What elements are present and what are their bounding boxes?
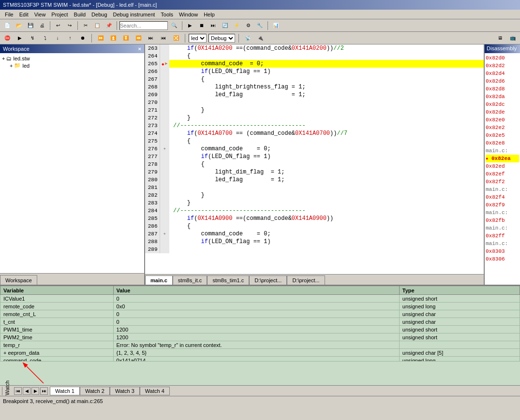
editor-tab-3[interactable]: D:\project... <box>249 275 287 285</box>
disasm-item[interactable]: 0x82d8 <box>486 85 519 93</box>
disasm-item[interactable]: main.c: <box>486 186 519 193</box>
disasm-item[interactable]: 0x82ef <box>486 170 519 178</box>
editor-tab-2[interactable]: stm8s_tim1.c <box>207 275 249 285</box>
tb2-right1[interactable]: 🖥 <box>495 33 505 43</box>
open-btn[interactable]: 📂 <box>14 21 24 30</box>
nav-prev-prev[interactable]: ⏮ <box>14 387 22 395</box>
disasm-item[interactable]: 0x82ff <box>486 232 519 240</box>
line-code[interactable]: light_dim_flag = 1; <box>169 168 484 176</box>
disasm-item[interactable]: 0x82d4 <box>486 70 519 77</box>
run-btn[interactable]: ▶ <box>185 21 195 30</box>
line-code[interactable]: if(0X141A0700 == (command_code&0X141A070… <box>169 130 484 137</box>
stop-btn[interactable]: ⏹ <box>196 21 207 30</box>
workspace-close-btn[interactable]: × <box>138 46 141 52</box>
line-code[interactable] <box>169 99 484 106</box>
watch-value[interactable]: 1200 <box>113 326 399 333</box>
disasm-item[interactable]: 0x8303 <box>486 247 519 255</box>
save-btn[interactable]: 💾 <box>25 21 36 30</box>
disasm-item[interactable]: 0x82f4 <box>486 193 519 201</box>
line-code[interactable]: command_code = 0; <box>169 60 484 68</box>
disasm-item[interactable]: 0x82d6 <box>486 77 519 85</box>
watch-variable[interactable]: command_code <box>0 357 114 362</box>
line-code[interactable]: if(LED_ON_flag == 1) <box>169 153 484 160</box>
watch-value[interactable]: Error: No symbol "temp_r" in current con… <box>113 341 399 349</box>
disassembly-list[interactable]: 0x82d00x82d20x82d40x82d60x82d80x82da0x82… <box>485 53 520 285</box>
search-input[interactable] <box>119 21 168 30</box>
reset-btn[interactable]: 🔄 <box>220 21 230 30</box>
tb2-btn8[interactable]: ⏩ <box>95 33 106 43</box>
menu-file[interactable]: File <box>2 11 16 18</box>
tb2-btn5[interactable]: ↓ <box>52 33 63 43</box>
line-code[interactable]: { <box>169 52 484 60</box>
menu-view[interactable]: View <box>31 11 49 18</box>
menu-edit[interactable]: Edit <box>16 11 31 18</box>
disasm-item[interactable]: 0x82f2 <box>486 178 519 186</box>
tree-item-ledstw[interactable]: + 🗂 led.stw <box>2 55 142 62</box>
line-code[interactable]: { <box>169 137 484 145</box>
tb2-btn4[interactable]: ⤵ <box>40 33 50 43</box>
line-code[interactable]: { <box>169 222 484 230</box>
mode-dropdown[interactable]: Debug <box>208 34 235 43</box>
watch-variable[interactable]: t_cnt <box>0 318 114 326</box>
disasm-item[interactable]: 0x82e5 <box>486 131 519 139</box>
tb2-btn9[interactable]: ⏫ <box>108 33 119 43</box>
line-code[interactable]: command_code = 0; <box>169 145 484 153</box>
project-dropdown[interactable]: led <box>189 34 207 43</box>
nav-next[interactable]: ▶ <box>31 387 39 395</box>
tb2-btn3[interactable]: ↯ <box>27 33 38 43</box>
line-code[interactable]: if(LED_ON_flag == 1) <box>169 68 484 75</box>
nav-prev[interactable]: ◀ <box>23 387 30 395</box>
menu-build[interactable]: Build <box>71 11 89 18</box>
nav-next-next[interactable]: ⏭ <box>40 387 48 395</box>
disasm-item[interactable]: 0x82d0 <box>486 54 519 62</box>
menu-debug[interactable]: Debug <box>89 11 110 18</box>
tb2-btn14[interactable]: 🔀 <box>171 33 181 43</box>
cut-btn[interactable]: ✂ <box>80 21 91 30</box>
watch-value[interactable]: 0 <box>113 318 399 326</box>
tool4[interactable]: 📊 <box>270 21 281 30</box>
tree-item-led[interactable]: + 📁 led <box>2 62 142 69</box>
line-code[interactable]: } <box>169 199 484 207</box>
watch-value[interactable]: {1, 2, 3, 4, 5} <box>113 349 399 357</box>
menu-window[interactable]: Window <box>176 11 201 18</box>
line-code[interactable]: } <box>169 191 484 199</box>
undo-btn[interactable]: ↩ <box>53 21 63 30</box>
line-code[interactable]: command_code = 0; <box>169 230 484 238</box>
watch-value[interactable]: 0 <box>113 310 399 318</box>
watch-variable[interactable]: ICValue1 <box>0 295 114 303</box>
line-code[interactable] <box>169 246 484 253</box>
tool3[interactable]: 🔧 <box>254 21 265 30</box>
watch-variable[interactable]: + eeprom_data <box>0 349 114 357</box>
editor-tab-4[interactable]: D:\project... <box>287 275 325 285</box>
watch-variable[interactable]: PWM1_time <box>0 326 114 333</box>
disasm-item[interactable]: 0x82e0 <box>486 116 519 124</box>
watch-variable[interactable]: remote_code <box>0 303 114 310</box>
print-btn[interactable]: 🖨 <box>37 21 47 30</box>
watch-tab-3[interactable]: Watch 3 <box>110 387 140 395</box>
watch-tab-4[interactable]: Watch 4 <box>140 387 170 395</box>
line-code[interactable]: { <box>169 75 484 83</box>
line-code[interactable]: light_brightness_flag = 1; <box>169 83 484 91</box>
watch-variable[interactable]: remote_cnt_L <box>0 310 114 318</box>
disasm-item[interactable]: 0x82dc <box>486 101 519 108</box>
menu-help[interactable]: Help <box>201 11 218 18</box>
tb2-btn6[interactable]: ↑ <box>65 33 75 43</box>
disasm-item[interactable]: 0x82e8 <box>486 139 519 147</box>
line-code[interactable]: led_flag = 1; <box>169 176 484 184</box>
editor-tab-1[interactable]: stm8s_it.c <box>173 275 208 285</box>
watch-table-container[interactable]: Variable Value Type ICValue10unsigned sh… <box>0 286 520 361</box>
disasm-item[interactable]: 0x82de <box>486 108 519 116</box>
editor-tab-0[interactable]: main.c <box>145 275 173 285</box>
line-code[interactable]: if(0X141A0900 ==(command_code&0X141A0900… <box>169 215 484 222</box>
watch-variable[interactable]: PWM2_time <box>0 333 114 341</box>
new-btn[interactable]: 📄 <box>2 21 13 30</box>
copy-btn[interactable]: 📋 <box>92 21 103 30</box>
line-code[interactable]: //------------------------------------ <box>169 207 484 215</box>
watch-value[interactable]: 1200 <box>113 333 399 341</box>
workspace-tab[interactable]: Workspace <box>0 275 37 285</box>
step-btn[interactable]: ⏭ <box>208 21 219 30</box>
disasm-item[interactable]: main.c: <box>486 209 519 217</box>
watch-tab-2[interactable]: Watch 2 <box>80 387 110 395</box>
tb2-right2[interactable]: 📺 <box>507 33 518 43</box>
tool1[interactable]: ⚡ <box>231 21 242 30</box>
